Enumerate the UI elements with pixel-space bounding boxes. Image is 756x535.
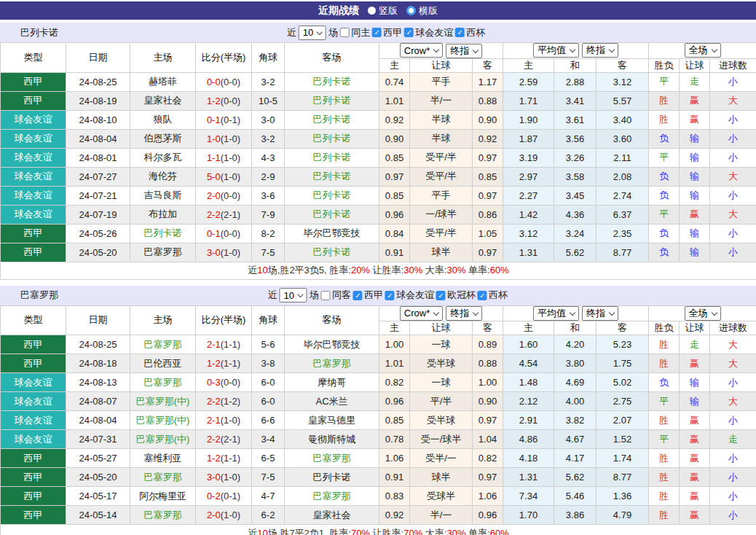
- radio-checked-icon[interactable]: [406, 6, 416, 15]
- away-team-link[interactable]: 皇家马德里: [308, 415, 355, 426]
- period-select[interactable]: 全场: [685, 43, 721, 58]
- home-team-link[interactable]: 塞维利亚: [144, 453, 182, 464]
- away-team-link[interactable]: 毕尔巴鄂竞技: [304, 339, 361, 350]
- odds-stage-select[interactable]: 终指: [446, 44, 482, 58]
- layout-radio-vertical[interactable]: 竖版: [368, 4, 398, 17]
- filter-checkbox[interactable]: ✓西杯: [455, 26, 485, 39]
- home-team-link[interactable]: 巴塞罗那: [144, 472, 182, 483]
- checkbox-checked-icon[interactable]: ✓: [478, 291, 487, 300]
- filter-checkbox[interactable]: ✓球会友谊: [404, 26, 453, 39]
- home-team-link[interactable]: 伯恩茅斯: [144, 133, 182, 144]
- home-team-link[interactable]: 巴塞罗那(中): [136, 415, 190, 426]
- filter-checkbox[interactable]: 同客: [321, 289, 351, 302]
- team-section: 巴塞罗那近10场同客✓西甲✓球会友谊✓欧冠杯✓西杯类型日期主场比分(半场)角球客…: [0, 286, 756, 535]
- away-team-link[interactable]: 巴列卡诺: [313, 472, 351, 483]
- home-team-link[interactable]: 狼队: [154, 114, 173, 125]
- away-team-link[interactable]: 毕尔巴鄂竞技: [304, 227, 361, 238]
- chevron-down-icon: [609, 310, 615, 316]
- away-team-link[interactable]: 巴塞罗那: [313, 491, 351, 501]
- odds-stage-select[interactable]: 终指: [582, 306, 618, 321]
- match-row: 球会友谊24-07-21吉马良斯2-0(0-0)3-6巴列卡诺0.85平手0.9…: [1, 186, 756, 205]
- average-select[interactable]: 平均值: [533, 306, 579, 321]
- summary-segment: 30%: [446, 528, 465, 535]
- period-select[interactable]: 全场: [685, 306, 721, 321]
- away-team-link[interactable]: 巴列卡诺: [313, 171, 351, 181]
- home-team-link[interactable]: 巴塞罗那(中): [136, 434, 190, 445]
- home-team-link[interactable]: 海伦芬: [149, 171, 177, 181]
- average-select[interactable]: 平均值: [533, 43, 579, 58]
- filter-checkbox[interactable]: ✓西甲: [372, 26, 402, 39]
- home-team-link[interactable]: 巴塞罗那(中): [136, 396, 190, 407]
- result-goals-cell: 小: [710, 224, 756, 243]
- away-team-cell: 巴列卡诺: [285, 468, 379, 487]
- checkbox-checked-icon[interactable]: ✓: [455, 28, 465, 37]
- home-team-link[interactable]: 皇家社会: [144, 95, 182, 106]
- corner-cell: 7-5: [252, 243, 285, 262]
- score-cell: 5-0(1-0): [196, 167, 252, 186]
- column-subheader: 胜负: [649, 321, 680, 335]
- away-team-link[interactable]: 巴列卡诺: [313, 76, 351, 87]
- odds-home-cell: 0.82: [379, 373, 410, 392]
- checkbox-checked-icon[interactable]: ✓: [372, 28, 382, 37]
- summary-segment: 场,胜2平3负5, 胜率:: [268, 265, 351, 276]
- team-name[interactable]: 巴塞罗那: [0, 289, 58, 302]
- recent-count-select[interactable]: 10: [299, 26, 326, 40]
- home-team-link[interactable]: 巴塞罗那: [144, 246, 182, 257]
- away-team-link[interactable]: 巴列卡诺: [313, 133, 351, 144]
- filter-checkbox[interactable]: ✓西甲: [353, 289, 383, 302]
- halftime-score: (2-1): [221, 434, 240, 445]
- recent-label: 近: [267, 289, 277, 302]
- filter-checkbox[interactable]: ✓球会友谊: [385, 289, 434, 302]
- match-type-cell: 西甲: [1, 468, 66, 487]
- halftime-score: (1-0): [221, 415, 240, 426]
- radio-icon[interactable]: [368, 7, 376, 15]
- bookmaker-select[interactable]: Crow*: [400, 306, 443, 321]
- away-team-link[interactable]: 巴列卡诺: [313, 152, 351, 163]
- odds-stage-select[interactable]: 终指: [446, 306, 482, 321]
- home-team-link[interactable]: 阿尔梅里亚: [139, 491, 186, 501]
- column-header: 角球: [252, 43, 285, 73]
- home-team-link[interactable]: 吉马良斯: [144, 190, 182, 200]
- away-team-link[interactable]: 巴列卡诺: [313, 208, 351, 219]
- away-team-cell: 巴列卡诺: [285, 186, 379, 205]
- home-team-link[interactable]: 赫塔菲: [149, 76, 177, 87]
- checkbox-checked-icon[interactable]: ✓: [404, 28, 414, 37]
- away-team-link[interactable]: 巴塞罗那: [313, 358, 351, 369]
- recent-count-select[interactable]: 10: [279, 288, 307, 302]
- team-name[interactable]: 巴列卡诺: [0, 26, 58, 39]
- result-goals-cell: 大: [710, 354, 756, 373]
- checkbox-unchecked-icon[interactable]: [321, 291, 331, 300]
- result-goals-cell: 大: [710, 335, 756, 354]
- result-handicap-cell: 赢: [680, 506, 710, 525]
- filter-checkbox[interactable]: ✓西杯: [478, 289, 508, 302]
- filter-checkbox[interactable]: 同主: [340, 26, 370, 39]
- away-team-link[interactable]: AC米兰: [315, 396, 347, 407]
- select-value: 全场: [689, 44, 708, 57]
- checkbox-checked-icon[interactable]: ✓: [436, 291, 446, 300]
- home-team-link[interactable]: 科尔多瓦: [144, 152, 182, 163]
- checkbox-unchecked-icon[interactable]: [340, 28, 350, 37]
- result-handicap-cell: 输: [680, 243, 710, 262]
- checkbox-checked-icon[interactable]: ✓: [385, 291, 395, 300]
- checkbox-checked-icon[interactable]: ✓: [353, 291, 363, 300]
- home-team-link[interactable]: 巴列卡诺: [144, 227, 182, 238]
- home-team-link[interactable]: 布拉加: [149, 208, 177, 219]
- away-team-link[interactable]: 巴列卡诺: [313, 246, 351, 257]
- column-header: 比分(半场): [196, 305, 252, 335]
- away-team-link[interactable]: 巴列卡诺: [313, 95, 351, 106]
- away-team-link[interactable]: 巴列卡诺: [313, 190, 351, 200]
- layout-radio-horizontal[interactable]: 横版: [406, 4, 438, 17]
- away-team-link[interactable]: 巴塞罗那: [313, 453, 351, 464]
- away-team-link[interactable]: 巴列卡诺: [313, 114, 351, 125]
- away-team-link[interactable]: 皇家社会: [313, 509, 351, 520]
- home-team-link[interactable]: 巴塞罗那: [144, 339, 182, 350]
- home-team-link[interactable]: 巴塞罗那: [144, 509, 182, 520]
- home-team-link[interactable]: 巴塞罗那: [144, 377, 182, 388]
- odds-stage-select[interactable]: 终指: [582, 43, 618, 58]
- home-team-link[interactable]: 巴伦西亚: [144, 358, 182, 369]
- avg-away-cell: 2.35: [596, 224, 649, 243]
- away-team-link[interactable]: 摩纳哥: [318, 377, 346, 388]
- filter-checkbox[interactable]: ✓欧冠杯: [436, 289, 476, 302]
- bookmaker-select[interactable]: Crow*: [400, 43, 443, 58]
- away-team-link[interactable]: 曼彻斯特城: [308, 434, 355, 445]
